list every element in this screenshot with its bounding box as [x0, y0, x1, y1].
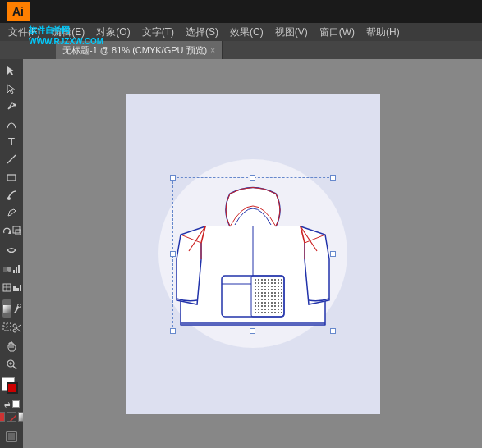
slice-tool[interactable]: [2, 319, 11, 337]
reset-color-icon[interactable]: [12, 400, 20, 408]
mesh-tool[interactable]: [2, 280, 11, 298]
menu-select[interactable]: 选择(S): [181, 24, 223, 41]
mesh-tools-pair: [2, 280, 21, 298]
svg-line-28: [16, 328, 21, 331]
column-graph-tool[interactable]: [12, 260, 21, 278]
pen-tool[interactable]: [2, 98, 21, 114]
svg-rect-12: [16, 267, 17, 273]
warp-tool[interactable]: [2, 242, 21, 258]
menu-edit[interactable]: 编辑(E): [47, 24, 90, 41]
svg-marker-6: [8, 231, 11, 234]
menu-window[interactable]: 窗口(W): [314, 24, 360, 41]
svg-rect-4: [7, 175, 16, 181]
menu-help[interactable]: 帮助(H): [361, 24, 405, 41]
svg-marker-1: [7, 85, 15, 94]
blend-tool[interactable]: [2, 260, 11, 278]
menu-file[interactable]: 文件(F): [3, 24, 45, 41]
direct-selection-tool[interactable]: [2, 80, 21, 97]
main-layout: T: [0, 59, 482, 448]
gradient-tool[interactable]: [2, 299, 11, 318]
svg-point-26: [13, 329, 16, 332]
menu-type[interactable]: 文字(T): [137, 24, 179, 41]
solid-color-button[interactable]: [0, 412, 5, 422]
svg-rect-13: [18, 265, 20, 273]
color-controls: ⇄: [4, 400, 20, 409]
svg-rect-35: [8, 433, 15, 440]
svg-line-30: [13, 366, 16, 369]
paintbrush-tool[interactable]: [2, 187, 21, 203]
svg-line-33: [8, 414, 16, 422]
fill-stroke-indicator[interactable]: [2, 377, 21, 397]
svg-rect-9: [3, 267, 7, 272]
blend-tools-pair: [2, 260, 21, 278]
menu-view[interactable]: 视图(V): [270, 24, 313, 41]
hand-tool[interactable]: [2, 339, 21, 355]
svg-rect-20: [3, 305, 11, 313]
rectangle-tool[interactable]: [2, 169, 21, 185]
swap-fill-stroke-icon[interactable]: ⇄: [4, 400, 11, 409]
slice-tools-pair: [2, 319, 21, 337]
svg-point-21: [17, 304, 21, 307]
document-tab[interactable]: 无标题-1 @ 81% (CMYK/GPU 预览) ×: [56, 41, 223, 59]
pencil-tool[interactable]: [2, 205, 21, 222]
tab-bar: 无标题-1 @ 81% (CMYK/GPU 预览) ×: [0, 41, 482, 59]
svg-rect-14: [3, 284, 11, 291]
svg-rect-22: [3, 323, 11, 331]
eyedropper-tool[interactable]: [12, 299, 21, 318]
app-logo: Ai: [7, 2, 30, 21]
rotate-tool[interactable]: [2, 222, 11, 240]
selection-tool[interactable]: [2, 62, 21, 79]
tab-label: 无标题-1 @ 81% (CMYK/GPU 预览): [62, 44, 207, 57]
svg-rect-40: [253, 277, 282, 315]
canvas-area[interactable]: [23, 59, 482, 448]
left-toolbar: T: [0, 59, 23, 448]
svg-point-2: [14, 104, 16, 107]
line-tool[interactable]: [2, 151, 21, 167]
none-color-button[interactable]: [7, 412, 16, 422]
screen-mode-tool[interactable]: [2, 428, 21, 445]
document-canvas: [126, 94, 380, 414]
color-mode-buttons: [0, 412, 23, 422]
color-section: ⇄: [0, 374, 23, 425]
gradient-tools-pair: [2, 299, 21, 318]
menu-object[interactable]: 对象(O): [91, 24, 135, 41]
svg-rect-11: [13, 270, 15, 273]
curvature-tool[interactable]: [2, 116, 21, 132]
zoom-tool[interactable]: [2, 357, 21, 373]
svg-marker-0: [7, 66, 15, 75]
graph-tool[interactable]: [12, 280, 21, 298]
svg-point-25: [13, 324, 16, 327]
type-tool[interactable]: T: [2, 134, 21, 150]
hoodie-artwork[interactable]: [172, 177, 333, 331]
stroke-color-box[interactable]: [7, 382, 18, 394]
tab-close-button[interactable]: ×: [210, 46, 215, 55]
svg-rect-19: [20, 285, 21, 291]
rotate-tools-pair: [2, 222, 21, 240]
scissors-tool[interactable]: [12, 319, 21, 337]
menu-bar: 文件(F) 编辑(E) 对象(O) 文字(T) 选择(S) 效果(C) 视图(V…: [0, 23, 482, 41]
svg-point-5: [7, 197, 11, 200]
menu-effect[interactable]: 效果(C): [225, 24, 269, 41]
svg-line-3: [7, 155, 16, 163]
scale-tool[interactable]: [12, 222, 21, 240]
svg-rect-17: [13, 286, 16, 291]
svg-line-27: [16, 325, 21, 328]
title-bar: Ai: [0, 0, 482, 23]
svg-point-10: [7, 267, 11, 272]
svg-rect-18: [16, 288, 19, 291]
